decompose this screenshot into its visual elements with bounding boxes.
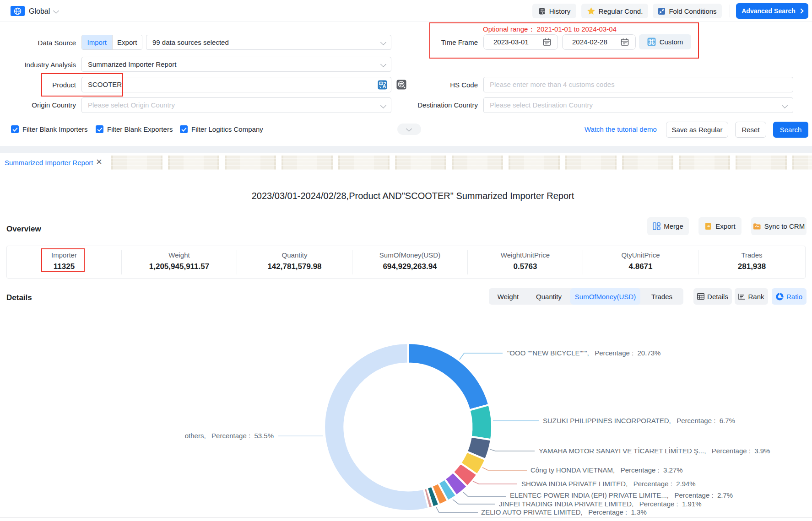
svg-text:others, Percentage : 53.5%: others, Percentage : 53.5%: [185, 432, 274, 440]
svg-text:YAMAHA MOTOR SANAYI VE TİCARET: YAMAHA MOTOR SANAYI VE TİCARET LİMİTED Ş…: [539, 447, 770, 455]
svg-text:Công ty HONDA VIETNAM, Perce: Công ty HONDA VIETNAM, Percentage : 3.27…: [531, 466, 683, 474]
svg-text:A: A: [383, 83, 386, 89]
svg-text:SUZUKI PHILIPPINES INCORPORATE: SUZUKI PHILIPPINES INCORPORATED, Percent…: [543, 417, 735, 424]
svg-text:ELENTEC POWER INDIA (EPI) PRIV: ELENTEC POWER INDIA (EPI) PRIVATE LIMITE…: [510, 491, 733, 499]
svg-text:ZELIO AUTO PRIVATE LIMITED,: ZELIO AUTO PRIVATE LIMITED, Percentage :…: [481, 508, 647, 516]
svg-text:SHOWA INDIA PRIVATE LIMITED,: SHOWA INDIA PRIVATE LIMITED, Percentage …: [521, 480, 696, 488]
svg-text:"OOO ""NEW BICYCLE""", Perce: "OOO ""NEW BICYCLE""", Percentage : 20.7…: [507, 349, 660, 357]
svg-text:JINFEI TRADING INDIA PRIVATE L: JINFEI TRADING INDIA PRIVATE LIMITED, Pe…: [499, 500, 702, 508]
